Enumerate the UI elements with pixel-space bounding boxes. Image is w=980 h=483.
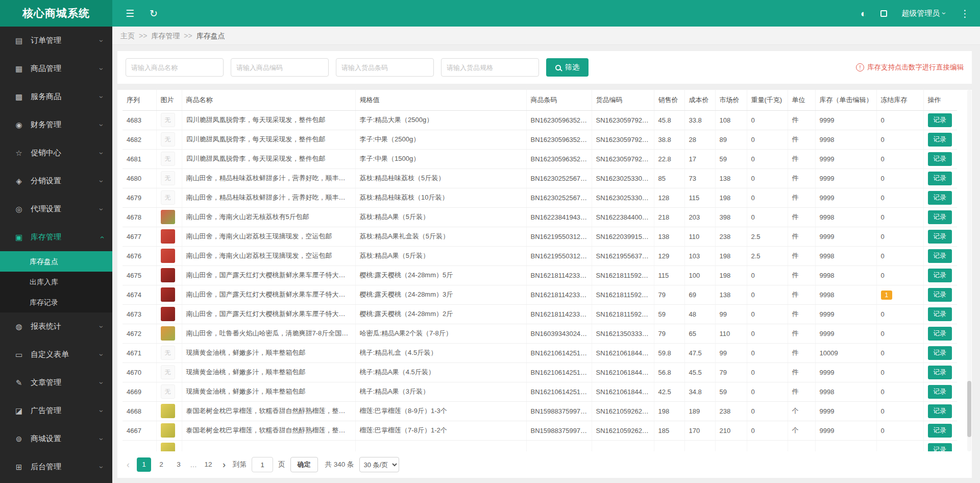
record-button[interactable]: 记录	[928, 133, 952, 147]
cell-seq: 4679	[122, 188, 156, 207]
stock-value[interactable]: 9999	[820, 310, 835, 318]
stock-value[interactable]: 9999	[820, 194, 835, 202]
record-button[interactable]: 记录	[928, 346, 952, 360]
record-button[interactable]: 记录	[928, 443, 952, 452]
record-button[interactable]: 记录	[928, 191, 952, 205]
cell-action: 记录	[923, 363, 957, 382]
cell-barcode: BN1621061425122	[526, 363, 592, 382]
sidebar-item-admin[interactable]: ⊞后台管理›	[0, 453, 112, 481]
page-button-1[interactable]: 1	[137, 457, 151, 472]
sidebar-item-mall-settings[interactable]: ⊚商城设置›	[0, 425, 112, 453]
record-button[interactable]: 记录	[928, 385, 952, 399]
product-thumbnail[interactable]	[161, 443, 175, 451]
table-row: 4680无南山田舍，精品桂味荔枝鲜甜多汁，营养好吃，顺丰包邮...荔枝:精品桂味…	[122, 168, 957, 188]
sidebar-subitem-inventory-records[interactable]: 库存记录	[0, 292, 112, 312]
filter-button[interactable]: 筛选	[546, 58, 589, 77]
record-button[interactable]: 记录	[928, 210, 952, 224]
record-button[interactable]: 记录	[928, 230, 952, 244]
table-row: 4678南山田舍，海南火山岩无核荔枝有5斤包邮荔枝:精品A果（5斤装）BN162…	[122, 207, 957, 227]
stock-value[interactable]: 9998	[820, 388, 835, 396]
product-thumbnail[interactable]	[161, 404, 175, 418]
stock-value[interactable]: 9999	[820, 116, 835, 124]
record-button[interactable]: 记录	[928, 424, 952, 438]
stock-value[interactable]: 9999	[820, 175, 835, 182]
breadcrumb-item[interactable]: 库存盘点	[197, 32, 225, 40]
next-page-button[interactable]: ›	[220, 460, 228, 469]
record-button[interactable]: 记录	[928, 288, 952, 302]
record-button[interactable]: 记录	[928, 307, 952, 321]
stock-value[interactable]: 9998	[820, 272, 835, 279]
more-options-icon[interactable]: ⋮	[960, 9, 970, 18]
stock-value[interactable]: 9998	[820, 136, 835, 143]
cell-sale-price: 38.8	[654, 130, 684, 149]
sidebar-item-order[interactable]: ▤订单管理›	[0, 27, 112, 55]
sidebar-subitem-inventory-check[interactable]: 库存盘点	[0, 251, 112, 272]
product-thumbnail[interactable]	[161, 229, 175, 244]
fullscreen-icon[interactable]	[880, 9, 887, 18]
product-thumbnail[interactable]	[161, 423, 175, 438]
page-button-3[interactable]: 3	[172, 457, 186, 472]
prev-page-button[interactable]: ‹	[125, 460, 132, 469]
sidebar-toggle-icon[interactable]: ☰	[126, 9, 134, 18]
product-thumbnail[interactable]	[161, 249, 175, 263]
goods-barcode-input[interactable]	[336, 58, 434, 77]
breadcrumb-item[interactable]: 主页	[120, 32, 135, 40]
sidebar-item-articles[interactable]: ✎文章管理›	[0, 369, 112, 397]
sidebar-item-reports[interactable]: ◍报表统计›	[0, 312, 112, 341]
goods-spec-input[interactable]	[441, 58, 539, 77]
stock-value[interactable]: 9999	[820, 155, 835, 163]
breadcrumb-item[interactable]: 库存管理	[151, 32, 180, 40]
stock-value[interactable]: 9998	[820, 291, 835, 299]
confirm-button[interactable]: 确定	[290, 457, 318, 472]
stock-value[interactable]: 9999	[820, 233, 835, 240]
stock-value[interactable]: 10009	[820, 349, 838, 357]
theme-icon[interactable]: ◐	[861, 9, 866, 18]
service-goods-icon: ▩	[13, 92, 24, 102]
product-thumbnail[interactable]	[161, 210, 175, 224]
record-button[interactable]: 记录	[928, 172, 952, 185]
sidebar-item-agent[interactable]: ◎代理设置›	[0, 195, 112, 223]
product-thumbnail[interactable]	[161, 307, 175, 321]
scrollbar-thumb[interactable]	[967, 381, 971, 437]
sidebar-item-custom-forms[interactable]: ▭自定义表单›	[0, 341, 112, 369]
page-button-12[interactable]: 12	[201, 457, 215, 472]
record-button[interactable]: 记录	[928, 152, 952, 166]
sidebar-item-distribution[interactable]: ◈分销设置›	[0, 167, 112, 195]
table-scrollbar[interactable]	[967, 90, 971, 451]
sidebar-item-inventory[interactable]: ▣库存管理›	[0, 223, 112, 251]
sidebar-subitem-stock-in-out[interactable]: 出库入库	[0, 272, 112, 292]
product-thumbnail[interactable]	[161, 287, 175, 302]
record-button[interactable]: 记录	[928, 404, 952, 418]
sidebar-item-promotion[interactable]: ☆促销中心›	[0, 139, 112, 167]
stock-value[interactable]: 9998	[820, 252, 835, 260]
refresh-icon[interactable]: ↻	[150, 9, 158, 18]
stock-value[interactable]: 9998	[820, 213, 835, 221]
column-header: 冻结库存	[876, 90, 923, 110]
goto-page-input[interactable]	[252, 457, 273, 472]
page-button-2[interactable]: 2	[154, 457, 168, 472]
cell-stock: 9999	[815, 363, 876, 382]
stock-value[interactable]: 9999	[820, 369, 835, 376]
record-button[interactable]: 记录	[928, 113, 952, 127]
sidebar-item-label: 广告管理	[31, 406, 61, 416]
stock-value[interactable]: 9999	[820, 427, 835, 434]
page-size-select[interactable]: 30 条/页	[359, 457, 399, 472]
sidebar-item-service-goods[interactable]: ▩服务商品›	[0, 83, 112, 111]
record-button[interactable]: 记录	[928, 269, 952, 282]
record-button[interactable]: 记录	[928, 249, 952, 263]
record-button[interactable]: 记录	[928, 366, 952, 379]
stock-value[interactable]: 9999	[820, 407, 835, 415]
user-menu[interactable]: 超级管理员 ›	[901, 9, 946, 18]
sidebar-item-goods[interactable]: ▦商品管理›	[0, 55, 112, 83]
product-thumbnail[interactable]	[161, 268, 175, 282]
cell-code: SN1621059262588	[592, 401, 654, 421]
sidebar-item-ads[interactable]: ◪广告管理›	[0, 397, 112, 425]
product-name-input[interactable]	[126, 58, 224, 77]
stock-value[interactable]: 9999	[820, 330, 835, 337]
product-thumbnail[interactable]	[161, 326, 175, 341]
record-button[interactable]: 记录	[928, 327, 952, 341]
cell-image	[156, 207, 182, 227]
product-code-input[interactable]	[231, 58, 329, 77]
chevron-up-icon: ›	[98, 236, 106, 238]
sidebar-item-finance[interactable]: ◉财务管理›	[0, 111, 112, 139]
